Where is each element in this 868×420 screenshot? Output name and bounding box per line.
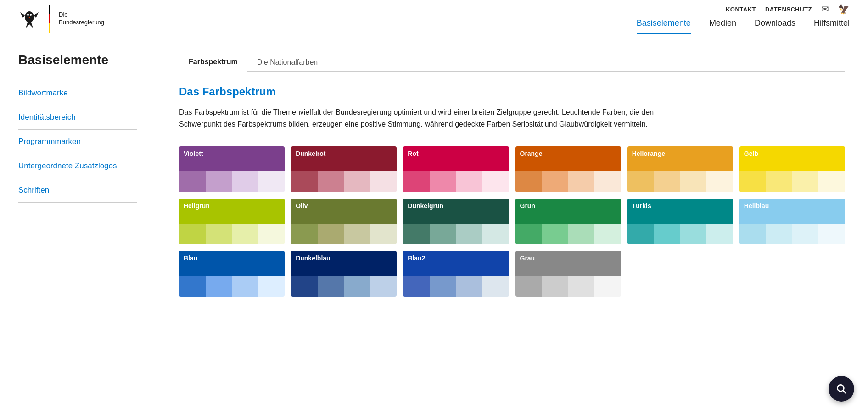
- color-label: Grau: [520, 254, 535, 262]
- shade-1: [430, 276, 456, 297]
- color-label: Dunkelgrün: [408, 202, 443, 210]
- color-row-1: HellgrünOlivDunkelgrünGrünTürkisHellblau: [179, 199, 845, 244]
- sidebar-item-identitaetsbereich[interactable]: Identitätsbereich: [18, 105, 137, 130]
- color-label: Oliv: [296, 202, 308, 210]
- shade-2: [792, 224, 819, 244]
- flag-bar: [49, 5, 50, 33]
- shade-2: [568, 276, 595, 297]
- sidebar-link-schriften[interactable]: Schriften: [18, 178, 137, 202]
- shade-1: [206, 171, 232, 192]
- shade-1: [542, 224, 568, 244]
- color-label: Blau: [184, 254, 197, 262]
- color-label: Türkis: [632, 202, 651, 210]
- svg-line-8: [843, 391, 846, 393]
- color-card-blau[interactable]: Blau: [179, 251, 285, 297]
- color-label: Rot: [408, 150, 418, 157]
- color-shades: [739, 171, 845, 192]
- shade-2: [344, 224, 370, 244]
- shade-0: [627, 171, 654, 192]
- color-card-hellorange[interactable]: Hellorange: [627, 146, 733, 192]
- sidebar-item-schriften[interactable]: Schriften: [18, 178, 137, 203]
- sidebar-link-bildwortmarke[interactable]: Bildwortmarke: [18, 81, 137, 105]
- shade-3: [594, 276, 621, 297]
- color-main-swatch: Dunkelgrün: [403, 199, 509, 224]
- sidebar: Basiselemente Bildwortmarke Identitätsbe…: [0, 34, 156, 399]
- color-main-swatch: Hellorange: [627, 146, 733, 171]
- color-card-rot[interactable]: Rot: [403, 146, 509, 192]
- shade-2: [456, 224, 482, 244]
- color-main-swatch: Türkis: [627, 199, 733, 224]
- sidebar-title: Basiselemente: [18, 53, 137, 67]
- color-main-swatch: Hellgrün: [179, 199, 285, 224]
- color-card-oliv[interactable]: Oliv: [291, 199, 397, 244]
- color-card-gelb[interactable]: Gelb: [739, 146, 845, 192]
- shade-1: [766, 171, 792, 192]
- shade-0: [179, 276, 206, 297]
- sidebar-link-zusatzlogos[interactable]: Untergeordnete Zusatzlogos: [18, 154, 137, 178]
- content-heading: Das Farbspektrum: [179, 85, 845, 98]
- shade-3: [258, 276, 285, 297]
- accessibility-icon[interactable]: 🦅: [838, 4, 850, 15]
- color-shades: [739, 224, 845, 244]
- nav-medien[interactable]: Medien: [709, 18, 736, 34]
- shade-0: [291, 171, 318, 192]
- shade-3: [818, 224, 845, 244]
- color-shades: [179, 171, 285, 192]
- shade-1: [318, 224, 344, 244]
- tab-farbspektrum[interactable]: Farbspektrum: [179, 53, 247, 72]
- color-label: Hellgrün: [184, 202, 210, 210]
- color-shades: [291, 171, 397, 192]
- top-right: KONTAKT DATENSCHUTZ ✉ 🦅 Basiselemente Me…: [637, 4, 850, 34]
- color-card-blau2[interactable]: Blau2: [403, 251, 509, 297]
- sidebar-link-programmmarken[interactable]: Programmmarken: [18, 130, 137, 154]
- color-shades: [291, 276, 397, 297]
- color-main-swatch: Grün: [515, 199, 621, 224]
- color-card-orange[interactable]: Orange: [515, 146, 621, 192]
- sidebar-item-zusatzlogos[interactable]: Untergeordnete Zusatzlogos: [18, 154, 137, 178]
- search-fab[interactable]: [829, 376, 854, 399]
- kontakt-link[interactable]: KONTAKT: [726, 6, 756, 13]
- shade-3: [258, 171, 285, 192]
- shade-1: [206, 276, 232, 297]
- shade-0: [403, 171, 430, 192]
- logo-text: Die Bundesregierung: [59, 11, 104, 27]
- color-card-hellgrün[interactable]: Hellgrün: [179, 199, 285, 244]
- color-card-dunkelblau[interactable]: Dunkelblau: [291, 251, 397, 297]
- color-card-dunkelgrün[interactable]: Dunkelgrün: [403, 199, 509, 244]
- datenschutz-link[interactable]: DATENSCHUTZ: [765, 6, 812, 13]
- shade-2: [344, 276, 370, 297]
- shade-2: [232, 276, 258, 297]
- shade-3: [706, 171, 733, 192]
- color-label: Dunkelrot: [296, 150, 325, 157]
- color-card-dunkelrot[interactable]: Dunkelrot: [291, 146, 397, 192]
- color-card-türkis[interactable]: Türkis: [627, 199, 733, 244]
- shade-2: [344, 171, 370, 192]
- tab-nationalfarben[interactable]: Die Nationalfarben: [247, 53, 328, 72]
- color-shades: [403, 224, 509, 244]
- nav-downloads[interactable]: Downloads: [755, 18, 795, 34]
- envelope-icon[interactable]: ✉: [821, 4, 829, 15]
- sidebar-link-identitaetsbereich[interactable]: Identitätsbereich: [18, 105, 137, 129]
- shade-2: [456, 171, 482, 192]
- shade-1: [318, 171, 344, 192]
- sidebar-item-programmmarken[interactable]: Programmmarken: [18, 130, 137, 154]
- color-card-grau[interactable]: Grau: [515, 251, 621, 297]
- shade-3: [594, 224, 621, 244]
- color-card-hellblau[interactable]: Hellblau: [739, 199, 845, 244]
- search-icon: [835, 383, 847, 395]
- sidebar-item-bildwortmarke[interactable]: Bildwortmarke: [18, 81, 137, 105]
- color-main-swatch: Grau: [515, 251, 621, 276]
- color-card-violett[interactable]: Violett: [179, 146, 285, 192]
- utility-nav: KONTAKT DATENSCHUTZ ✉ 🦅: [726, 4, 850, 15]
- shade-3: [594, 171, 621, 192]
- color-card-grün[interactable]: Grün: [515, 199, 621, 244]
- color-label: Hellorange: [632, 150, 665, 157]
- nav-basiselemente[interactable]: Basiselemente: [637, 18, 691, 34]
- color-main-swatch: Rot: [403, 146, 509, 171]
- color-shades: [515, 276, 621, 297]
- color-shades: [403, 171, 509, 192]
- color-main-swatch: Violett: [179, 146, 285, 171]
- logo-area: Die Bundesregierung: [18, 5, 104, 33]
- nav-hilfsmittel[interactable]: Hilfsmittel: [814, 18, 850, 34]
- shade-3: [482, 276, 509, 297]
